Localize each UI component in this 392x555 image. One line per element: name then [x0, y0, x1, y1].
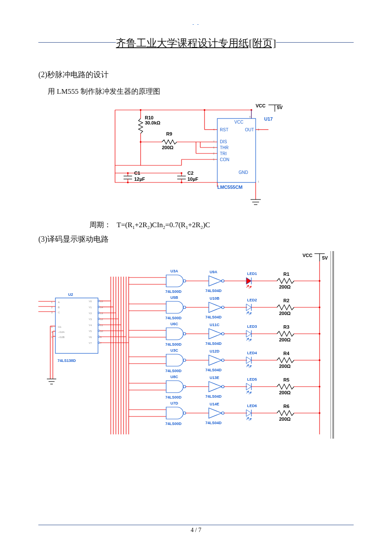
- svg-text:U9A: U9A: [210, 270, 218, 274]
- vcc-label: VCC: [256, 103, 265, 108]
- svg-text:LED6: LED6: [247, 404, 257, 408]
- svg-point-184: [183, 359, 186, 361]
- svg-point-98: [98, 312, 100, 314]
- svg-text:LED3: LED3: [247, 324, 257, 329]
- svg-text:200Ω: 200Ω: [279, 311, 291, 316]
- svg-point-150: [183, 306, 186, 309]
- svg-text:1: 1: [258, 180, 259, 183]
- svg-text:OUT: OUT: [245, 127, 254, 132]
- u17-ref: U17: [264, 116, 273, 121]
- svg-text:74LS04D: 74LS04D: [205, 421, 222, 425]
- svg-text:74LS00D: 74LS00D: [165, 342, 182, 347]
- svg-point-218: [183, 412, 186, 414]
- svg-text:U8C: U8C: [170, 375, 179, 379]
- svg-text:Y6: Y6: [89, 336, 92, 338]
- svg-point-232: [319, 412, 320, 414]
- svg-text:R2: R2: [283, 298, 289, 303]
- svg-text:U12D: U12D: [210, 349, 220, 353]
- svg-point-181: [319, 333, 320, 335]
- svg-text:200Ω: 200Ω: [279, 416, 291, 422]
- svg-text:TRI: TRI: [220, 151, 227, 156]
- page-title: 齐鲁工业大学课程设计专用纸[附页]: [116, 36, 276, 50]
- svg-text:Y4: Y4: [89, 324, 92, 327]
- r9-val: 200Ω: [162, 145, 173, 150]
- svg-point-96: [98, 300, 100, 302]
- svg-text:74LS04D: 74LS04D: [205, 368, 222, 372]
- svg-text:U3A: U3A: [170, 269, 179, 273]
- svg-text:200Ω: 200Ω: [279, 337, 291, 342]
- svg-text:15: 15: [100, 300, 103, 303]
- title-rule: 齐鲁工业大学课程设计专用纸[附页]: [38, 32, 354, 52]
- svg-text:200Ω: 200Ω: [279, 284, 291, 289]
- c1-val: 12µF: [134, 176, 145, 182]
- section-3-heading: (3)译码显示驱动电路: [38, 234, 354, 244]
- svg-text:GND: GND: [239, 170, 248, 175]
- svg-point-215: [319, 386, 320, 387]
- svg-text:C: C: [58, 311, 60, 314]
- svg-text:R6: R6: [283, 404, 289, 409]
- svg-text:5V: 5V: [322, 255, 328, 260]
- v5-label: 5V: [277, 105, 283, 110]
- svg-text:7: 7: [213, 140, 215, 143]
- svg-text:13: 13: [100, 312, 103, 315]
- svg-text:74LS00D: 74LS00D: [165, 316, 182, 320]
- svg-text:Y3: Y3: [89, 318, 92, 321]
- svg-text:Y2: Y2: [89, 312, 92, 315]
- svg-text:CON: CON: [220, 157, 229, 162]
- svg-text:R1: R1: [283, 272, 289, 277]
- svg-point-198: [319, 359, 320, 361]
- svg-text:74LS04D: 74LS04D: [205, 289, 222, 293]
- svg-text:74LS04D: 74LS04D: [205, 341, 222, 346]
- svg-point-164: [319, 306, 320, 308]
- schematic-decoder: VCC 5V U2 74LS138D A B C G1 ~G2A ~G2B 1 …: [38, 251, 337, 439]
- svg-point-102: [98, 336, 100, 338]
- svg-text:LED2: LED2: [247, 298, 257, 302]
- r10-ref: R10: [145, 115, 153, 120]
- svg-text:200Ω: 200Ω: [279, 364, 291, 369]
- svg-text:Y7: Y7: [89, 342, 92, 344]
- svg-text:LED1: LED1: [247, 272, 257, 276]
- svg-text:10: 10: [100, 330, 103, 332]
- svg-point-103: [98, 342, 100, 344]
- svg-text:200Ω: 200Ω: [279, 390, 291, 395]
- svg-point-147: [319, 280, 320, 282]
- svg-text:74LS00D: 74LS00D: [165, 395, 182, 399]
- c2-val: 10µF: [187, 176, 199, 182]
- svg-text:THR: THR: [220, 145, 229, 150]
- svg-text:U3C: U3C: [170, 348, 179, 353]
- svg-point-100: [98, 324, 100, 326]
- header-dash: - -: [38, 21, 354, 28]
- svg-point-7: [140, 109, 141, 111]
- svg-text:7: 7: [100, 342, 102, 344]
- svg-point-101: [98, 330, 100, 332]
- c1-ref: C1: [134, 171, 140, 176]
- svg-text:74LS00D: 74LS00D: [165, 289, 182, 294]
- svg-text:74LS00D: 74LS00D: [165, 422, 182, 426]
- c2-ref: C2: [187, 171, 193, 176]
- page-footer: 4 / 7: [38, 525, 354, 534]
- period-formula: 周期： T=(R1+2R2)CIn2=0.7(R1+2R2)C: [89, 220, 354, 230]
- svg-text:U10B: U10B: [210, 296, 220, 301]
- svg-text:U5B: U5B: [170, 295, 179, 300]
- svg-point-46: [127, 172, 129, 174]
- svg-point-52: [181, 172, 182, 174]
- svg-text:14: 14: [100, 306, 103, 309]
- svg-text:U14E: U14E: [210, 402, 219, 406]
- svg-text:LED4: LED4: [247, 351, 257, 355]
- schematic-555: VCC 5V R10 30.0kΩ R9 200Ω: [98, 101, 294, 212]
- svg-text:B: B: [58, 306, 60, 309]
- svg-text:R3: R3: [283, 324, 289, 330]
- svg-text:74LS04D: 74LS04D: [205, 315, 222, 319]
- svg-text:Y0: Y0: [89, 300, 92, 303]
- svg-text:Y5: Y5: [89, 330, 92, 332]
- svg-text:G1: G1: [58, 326, 62, 328]
- r9-ref: R9: [166, 131, 172, 136]
- svg-text:VCC: VCC: [234, 120, 243, 124]
- svg-point-53: [181, 182, 182, 183]
- svg-text:DIS: DIS: [220, 139, 227, 144]
- svg-text:R4: R4: [283, 351, 290, 356]
- section-2-sub: 用 LM555 制作脉冲发生器的原理图: [48, 87, 354, 96]
- section-2-heading: (2)秒脉冲电路的设计: [38, 69, 354, 80]
- svg-text:~G2B: ~G2B: [58, 336, 65, 338]
- svg-text:U13E: U13E: [210, 376, 219, 380]
